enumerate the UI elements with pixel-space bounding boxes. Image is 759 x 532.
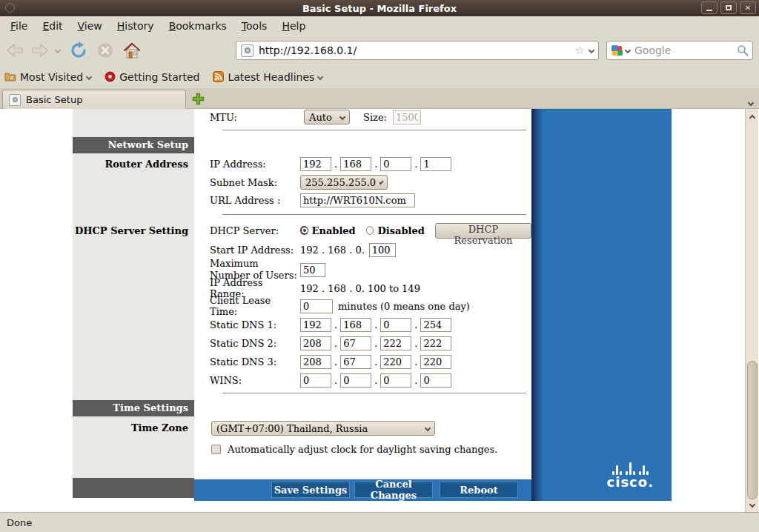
chevron-down-icon — [748, 100, 754, 106]
close-button[interactable]: ✕ — [740, 1, 756, 14]
page-sidebar: Network Setup Router Address DHCP Server… — [73, 109, 194, 478]
scroll-down-button[interactable] — [746, 499, 759, 511]
dns2-octet-2[interactable] — [340, 336, 371, 350]
ip-octet-1[interactable] — [300, 157, 331, 171]
static-dns3-row: Static DNS 3: . . . — [210, 354, 451, 369]
folder-icon — [4, 72, 16, 82]
dhcp-server-label: DHCP Server: — [210, 225, 300, 236]
bookmark-star-icon[interactable]: ☆ — [575, 45, 585, 56]
menu-bar: File Edit View History Bookmarks Tools H… — [0, 16, 759, 36]
tab-list-dropdown[interactable] — [749, 94, 753, 108]
wins-octet-3[interactable] — [380, 373, 411, 388]
chevron-down-icon — [55, 47, 61, 53]
menu-history[interactable]: History — [110, 18, 162, 34]
menu-edit[interactable]: Edit — [35, 18, 70, 34]
minimize-button[interactable] — [701, 1, 717, 14]
static-dns1-label: Static DNS 1: — [210, 319, 300, 330]
reload-button[interactable] — [68, 40, 89, 61]
ip-range-value: 192 . 168 . 0. 100 to 149 — [300, 283, 420, 294]
search-icon[interactable] — [737, 44, 749, 56]
start-ip-row: Start IP Address: 192 . 168 . 0. — [210, 242, 396, 257]
back-forward-dropdown[interactable] — [52, 40, 64, 61]
new-tab-button[interactable] — [191, 92, 205, 105]
cisco-logo: cisco. — [607, 462, 654, 489]
bookmark-most-visited[interactable]: Most Visited — [4, 71, 91, 83]
ip-octet-3[interactable] — [380, 157, 411, 171]
dhcp-enabled-radio[interactable] — [300, 226, 308, 235]
menu-bookmarks[interactable]: Bookmarks — [162, 18, 234, 34]
mtu-select[interactable]: Auto — [304, 110, 350, 124]
minimize-icon — [706, 10, 712, 11]
bookmarks-toolbar: Most Visited Getting Started Latest Head… — [0, 65, 759, 88]
url-dropdown-icon[interactable] — [589, 47, 594, 53]
dns2-octet-3[interactable] — [380, 336, 411, 350]
dhcp-disabled-radio[interactable] — [366, 226, 374, 235]
cisco-wordmark: cisco. — [607, 476, 654, 489]
menu-view[interactable]: View — [70, 18, 110, 34]
scrollbar-thumb[interactable] — [747, 361, 758, 499]
search-box[interactable] — [606, 41, 753, 60]
dns2-octet-1[interactable] — [300, 336, 331, 350]
bookmark-latest-headlines[interactable]: Latest Headlines — [213, 71, 322, 83]
status-bar: Done — [0, 512, 759, 532]
dns3-octet-4[interactable] — [420, 355, 451, 369]
dns1-octet-1[interactable] — [300, 318, 331, 332]
wins-octet-2[interactable] — [340, 373, 371, 388]
dns1-octet-4[interactable] — [420, 318, 451, 332]
dns3-octet-3[interactable] — [380, 355, 411, 369]
vertical-scrollbar[interactable] — [745, 109, 758, 512]
max-users-input[interactable] — [300, 263, 325, 277]
client-lease-label: Client Lease Time: — [210, 295, 300, 317]
back-button[interactable] — [4, 40, 25, 61]
chevron-down-icon — [379, 180, 383, 184]
cancel-changes-button[interactable]: Cancel Changes — [354, 482, 433, 498]
section-label-time-zone: Time Zone — [73, 422, 188, 433]
dhcp-reservation-button[interactable]: DHCP Reservation — [435, 223, 531, 239]
getting-started-icon — [105, 71, 116, 82]
wins-octet-1[interactable] — [300, 373, 331, 388]
maximize-button[interactable] — [720, 1, 737, 14]
menu-help[interactable]: Help — [274, 18, 313, 34]
dns1-octet-2[interactable] — [340, 318, 371, 332]
tab-basic-setup[interactable]: Basic Setup — [2, 90, 186, 109]
time-zone-select[interactable]: (GMT+07:00) Thailand, Russia — [211, 421, 435, 436]
ip-octet-2[interactable] — [340, 157, 371, 171]
bookmark-getting-started[interactable]: Getting Started — [105, 71, 199, 83]
plus-icon — [192, 93, 205, 105]
url-address-input[interactable] — [300, 193, 415, 207]
wins-octet-4[interactable] — [420, 373, 451, 388]
page-favicon-icon — [241, 44, 253, 57]
dns1-octet-3[interactable] — [380, 318, 411, 332]
home-button[interactable] — [122, 40, 142, 61]
save-settings-button[interactable]: Save Settings — [271, 482, 350, 498]
scroll-up-button[interactable] — [746, 110, 759, 122]
home-icon — [122, 41, 142, 59]
start-ip-input[interactable] — [369, 243, 396, 257]
forward-button[interactable] — [30, 40, 50, 61]
search-engine-dropdown-icon[interactable] — [625, 47, 631, 53]
menu-file[interactable]: File — [3, 18, 35, 34]
subnet-mask-select[interactable]: 255.255.255.0 — [300, 175, 388, 190]
client-lease-suffix: minutes (0 means one day) — [338, 301, 470, 312]
dst-checkbox-label: Automatically adjust clock for daylight … — [228, 444, 497, 455]
search-input[interactable] — [634, 44, 737, 56]
menu-tools[interactable]: Tools — [234, 18, 275, 34]
client-lease-input[interactable] — [300, 299, 333, 313]
reboot-button[interactable]: Reboot — [440, 482, 518, 498]
url-input[interactable] — [259, 44, 575, 56]
ip-octet-4[interactable] — [420, 157, 451, 171]
dns3-octet-2[interactable] — [340, 355, 371, 369]
stop-icon — [96, 41, 114, 59]
tab-bar: Basic Setup — [0, 88, 759, 109]
dst-checkbox[interactable] — [211, 445, 221, 454]
url-bar[interactable]: ☆ — [236, 41, 599, 60]
stop-button[interactable] — [95, 40, 116, 61]
dns2-octet-4[interactable] — [420, 336, 451, 350]
ip-address-label: IP Address: — [210, 159, 300, 170]
window-titlebar: Basic Setup - Mozilla Firefox ✕ — [0, 0, 759, 16]
url-address-label: URL Address : — [210, 195, 300, 206]
dns3-octet-1[interactable] — [300, 355, 331, 369]
back-icon — [5, 42, 24, 59]
section-header-network-setup: Network Setup — [73, 137, 194, 153]
window-title: Basic Setup - Mozilla Firefox — [0, 3, 759, 14]
